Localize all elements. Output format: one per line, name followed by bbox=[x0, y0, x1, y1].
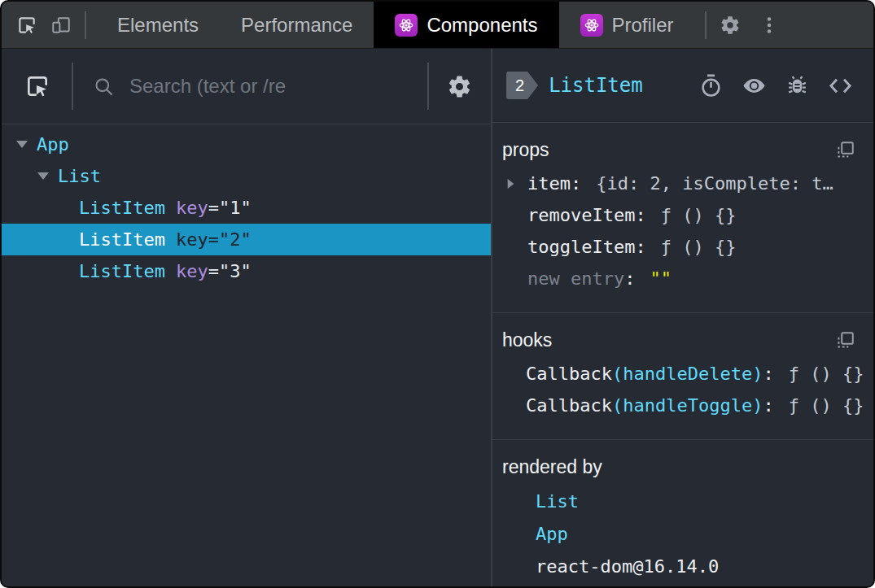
tab-performance[interactable]: Performance bbox=[220, 2, 374, 48]
tree-pane: App List ListItem key="1" ListItem key="… bbox=[2, 49, 492, 586]
select-element-icon[interactable] bbox=[24, 73, 50, 99]
new-entry-value-input[interactable]: "" bbox=[650, 268, 672, 289]
rendered-by-header: rendered by bbox=[492, 451, 873, 485]
device-toolbar-icon[interactable] bbox=[47, 2, 75, 48]
devtools-tab-bar: Elements Performance Components bbox=[2, 2, 873, 49]
selected-component-title: ListItem bbox=[549, 74, 643, 97]
prop-row-new-entry[interactable]: new entry:"" bbox=[492, 263, 873, 294]
caret-down-icon[interactable] bbox=[15, 141, 28, 148]
component-name: List bbox=[58, 166, 101, 186]
props-section-header: props bbox=[492, 134, 873, 168]
key-attribute: key="2" bbox=[176, 229, 252, 250]
tab-label: Performance bbox=[241, 14, 352, 37]
hooks-title: hooks bbox=[502, 329, 552, 351]
rendered-by-list[interactable]: List bbox=[492, 485, 873, 517]
toolbar-separator bbox=[427, 63, 429, 110]
tree-toolbar bbox=[2, 49, 491, 124]
details-pane: 2 ListItem bbox=[492, 49, 873, 586]
rendered-by-react-dom: react-dom@16.14.0 bbox=[492, 550, 873, 582]
tree-row-listitem-2-selected[interactable]: ListItem key="2" bbox=[2, 224, 491, 255]
rendered-by-section: rendered by List App react-dom@16.14.0 bbox=[492, 440, 873, 588]
key-attribute: key="3" bbox=[176, 261, 252, 281]
tab-components[interactable]: Components bbox=[374, 2, 558, 48]
components-panel: App List ListItem key="1" ListItem key="… bbox=[2, 49, 873, 586]
caret-down-icon[interactable] bbox=[36, 172, 50, 180]
settings-gear-icon[interactable] bbox=[716, 2, 744, 48]
prop-row-item[interactable]: item:{id: 2, isComplete: t… bbox=[492, 168, 873, 199]
props-section: props item:{id: 2, isComplete: t… remove… bbox=[492, 123, 873, 313]
topbar-separator bbox=[705, 11, 707, 39]
tab-label: Components bbox=[427, 14, 537, 37]
inspect-element-icon[interactable] bbox=[13, 2, 41, 48]
component-name: ListItem bbox=[79, 229, 165, 250]
details-header-actions bbox=[681, 72, 854, 99]
prop-row-toggleitem[interactable]: toggleItem:ƒ () {} bbox=[492, 231, 873, 263]
devtools-window: Elements Performance Components bbox=[0, 0, 875, 588]
suspend-stopwatch-icon[interactable] bbox=[697, 72, 724, 99]
hooks-section: hooks Callback(handleDelete):ƒ () {} Cal… bbox=[492, 313, 873, 440]
key-attribute: key="1" bbox=[176, 198, 252, 218]
tree-row-listitem-1[interactable]: ListItem key="1" bbox=[2, 192, 491, 224]
hooks-section-header: hooks bbox=[492, 324, 873, 358]
log-to-console-bug-icon[interactable] bbox=[783, 72, 811, 99]
props-title: props bbox=[502, 139, 549, 161]
component-tree: App List ListItem key="1" ListItem key="… bbox=[2, 124, 491, 586]
tab-label: Profiler bbox=[612, 14, 674, 37]
topbar-right-icons bbox=[695, 2, 791, 48]
component-name: ListItem bbox=[79, 261, 165, 281]
tree-row-listitem-3[interactable]: ListItem key="3" bbox=[2, 255, 491, 287]
component-name: App bbox=[37, 134, 69, 155]
tree-settings-gear-icon[interactable] bbox=[447, 74, 472, 99]
tab-elements[interactable]: Elements bbox=[96, 2, 220, 48]
tab-label: Elements bbox=[117, 14, 199, 37]
rendered-by-title: rendered by bbox=[502, 456, 602, 478]
component-name: ListItem bbox=[79, 198, 165, 218]
copy-props-icon[interactable] bbox=[834, 140, 855, 161]
rendered-by-app[interactable]: App bbox=[492, 517, 873, 550]
key-badge[interactable]: 2 bbox=[506, 72, 538, 99]
toolbar-separator bbox=[72, 63, 73, 110]
copy-hooks-icon[interactable] bbox=[834, 330, 855, 351]
inspect-dom-eye-icon[interactable] bbox=[740, 72, 768, 99]
topbar-separator bbox=[85, 11, 86, 39]
tab-profiler[interactable]: Profiler bbox=[559, 2, 695, 48]
search-icon bbox=[93, 76, 115, 98]
hook-row-handletoggle[interactable]: Callback(handleToggle):ƒ () {} bbox=[492, 390, 873, 421]
tree-row-list[interactable]: List bbox=[2, 160, 491, 192]
search-input[interactable] bbox=[128, 74, 427, 98]
caret-right-icon[interactable] bbox=[504, 178, 517, 189]
hook-row-handledelete[interactable]: Callback(handleDelete):ƒ () {} bbox=[492, 358, 873, 390]
details-header: 2 ListItem bbox=[492, 49, 873, 123]
more-menu-icon[interactable] bbox=[755, 2, 783, 48]
view-source-code-icon[interactable] bbox=[826, 72, 854, 99]
tree-row-app[interactable]: App bbox=[2, 128, 491, 160]
react-logo-icon bbox=[395, 14, 418, 37]
react-logo-icon bbox=[580, 14, 603, 37]
prop-row-removeitem[interactable]: removeItem:ƒ () {} bbox=[492, 199, 873, 231]
topbar-left-icons bbox=[2, 2, 96, 48]
